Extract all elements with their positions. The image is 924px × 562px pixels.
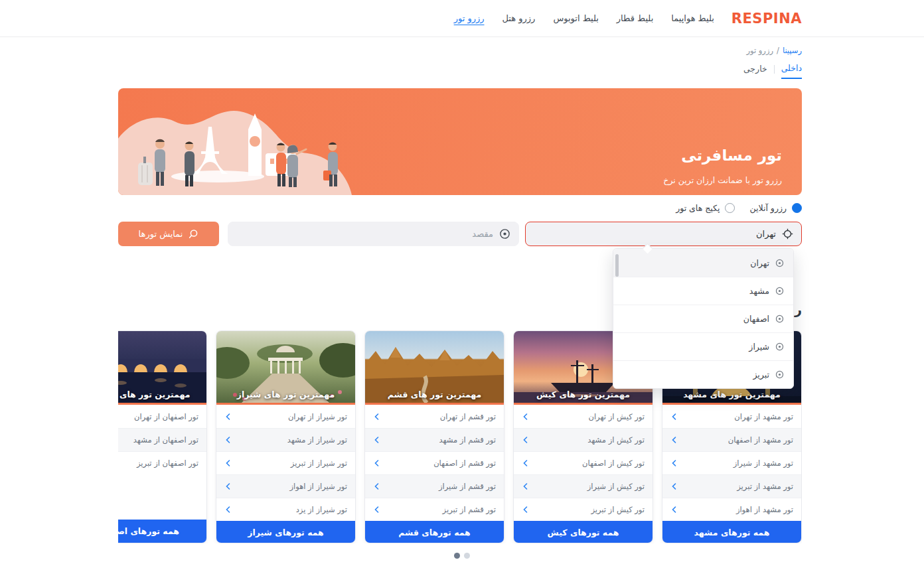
respina-logo[interactable]: RESPINA xyxy=(732,11,802,27)
card-links: تور اصفهان از تهران تور اصفهان از مشهد ت… xyxy=(118,405,206,520)
tour-link-label: تور کیش از مشهد xyxy=(587,435,645,445)
travelers-illustration xyxy=(118,88,357,195)
origin-field[interactable] xyxy=(525,222,802,246)
chevron-left-icon xyxy=(670,506,678,514)
tour-link[interactable]: تور قشم از اصفهان xyxy=(365,451,504,474)
dropdown-scrollbar-thumb[interactable] xyxy=(615,254,619,277)
radio-option-tour-packages[interactable]: پکیج های تور xyxy=(676,203,735,213)
origin-input[interactable] xyxy=(534,229,776,239)
tour-link-label: تور شیراز از تهران xyxy=(288,412,347,421)
breadcrumb: رسپینا / رزرو تور xyxy=(118,37,802,55)
tour-link[interactable]: تور شیراز از یزد xyxy=(216,498,355,521)
search-icon xyxy=(189,229,198,239)
tab-divider xyxy=(774,65,775,74)
chevron-left-icon xyxy=(373,459,381,467)
tour-link-label: تور شیراز از یزد xyxy=(296,505,347,514)
gps-locate-icon xyxy=(782,228,793,240)
chevron-left-icon xyxy=(522,413,530,421)
tour-link[interactable]: تور قشم از تبریز xyxy=(365,498,504,521)
carousel-dot-2[interactable] xyxy=(454,553,460,559)
tab-international[interactable]: خارجی xyxy=(743,64,767,78)
tour-link[interactable]: تور اصفهان از تهران xyxy=(118,405,206,428)
tour-booking-page: RESPINA بلیط هواپیما بلیط قطار بلیط اتوب… xyxy=(0,0,924,562)
tour-link-label: تور قشم از شیراز xyxy=(439,482,496,491)
card-title: مهمترین تور های مشهد xyxy=(662,389,801,399)
tour-link[interactable]: تور مشهد از شیراز xyxy=(662,451,801,474)
tour-link[interactable]: تور اصفهان از مشهد xyxy=(118,428,206,451)
location-pin-icon xyxy=(775,287,784,295)
show-tours-button[interactable]: نمایش تورها xyxy=(118,222,219,246)
tab-domestic[interactable]: داخلی xyxy=(781,63,802,79)
card-links: تور مشهد از تهران تور مشهد از اصفهان تور… xyxy=(662,405,801,521)
dropdown-item-isfahan[interactable]: اصفهان xyxy=(613,305,793,332)
location-pin-icon xyxy=(775,370,784,379)
tour-link-label: تور شیراز از تبریز xyxy=(291,458,347,468)
tour-link[interactable]: تور کیش از تهران xyxy=(514,405,653,428)
radio-selected-icon[interactable] xyxy=(792,203,802,213)
location-pin-icon xyxy=(775,342,784,351)
chevron-left-icon xyxy=(670,436,678,444)
breadcrumb-separator: / xyxy=(777,46,779,55)
all-shiraz-tours-button[interactable]: همه تورهای شیراز xyxy=(216,521,355,543)
chevron-left-icon xyxy=(373,506,381,514)
tour-link-label: تور مشهد از اهواز xyxy=(736,505,793,514)
dropdown-item-shiraz[interactable]: شیراز xyxy=(613,332,793,360)
dropdown-item-mashhad[interactable]: مشهد xyxy=(613,277,793,305)
tour-link[interactable]: تور کیش از اصفهان xyxy=(514,451,653,474)
tour-link-label: تور کیش از اصفهان xyxy=(582,458,645,468)
radio-option-label: رزرو آنلاین xyxy=(749,203,787,213)
nav-item-train-ticket[interactable]: بلیط قطار xyxy=(617,13,653,23)
destination-input[interactable] xyxy=(236,229,493,239)
chevron-left-icon xyxy=(224,482,232,490)
destination-field[interactable] xyxy=(228,222,519,246)
tour-card-shiraz: مهمترین تور های شیراز تور شیراز از تهران… xyxy=(216,330,356,543)
nav-item-flight-ticket[interactable]: بلیط هواپیما xyxy=(671,13,714,23)
tour-link[interactable]: تور مشهد از اهواز xyxy=(662,498,801,521)
carousel-dot-1[interactable] xyxy=(464,553,470,559)
tour-link[interactable]: تور شیراز از تبریز xyxy=(216,451,355,474)
tour-link[interactable]: تور کیش از شیراز xyxy=(514,474,653,498)
nav-item-tour-booking[interactable]: رزرو تور xyxy=(454,13,485,23)
breadcrumb-home-link[interactable]: رسپینا xyxy=(783,46,802,55)
tour-link[interactable]: تور شیراز از مشهد xyxy=(216,428,355,451)
tour-link[interactable]: تور شیراز از تهران xyxy=(216,405,355,428)
radio-option-online-booking[interactable]: رزرو آنلاین xyxy=(749,203,802,213)
radio-option-label: پکیج های تور xyxy=(676,203,720,213)
tour-link[interactable]: تور قشم از شیراز xyxy=(365,474,504,498)
shiraz-card-image: مهمترین تور های شیراز xyxy=(216,331,355,405)
main-nav: بلیط هواپیما بلیط قطار بلیط اتوبوس رزرو … xyxy=(454,13,714,23)
tour-link[interactable]: تور مشهد از اصفهان xyxy=(662,428,801,451)
dropdown-item-tehran[interactable]: تهران xyxy=(613,249,793,277)
all-kish-tours-button[interactable]: همه تورهای کیش xyxy=(514,521,653,543)
chevron-left-icon xyxy=(522,459,530,467)
show-tours-label: نمایش تورها xyxy=(139,229,183,239)
tour-card-qeshm: مهمترین تور های قشم تور قشم از تهران تور… xyxy=(364,330,504,543)
isfahan-card-image: مهمترین تور های اصفهان xyxy=(118,331,206,405)
tour-link-label: تور مشهد از تهران xyxy=(734,412,793,421)
tour-link[interactable]: تور کیش از مشهد xyxy=(514,428,653,451)
chevron-left-icon xyxy=(522,436,530,444)
radio-unselected-icon[interactable] xyxy=(725,203,735,213)
tour-link[interactable]: تور مشهد از تهران xyxy=(662,405,801,428)
dropdown-item-label: مشهد xyxy=(749,286,769,296)
location-pin-icon xyxy=(775,259,784,267)
tour-link-label: تور کیش از تبریز xyxy=(591,505,645,514)
tour-link[interactable]: تور قشم از مشهد xyxy=(365,428,504,451)
all-mashhad-tours-button[interactable]: همه تورهای مشهد xyxy=(662,521,801,543)
tour-link[interactable]: تور شیراز از اهواز xyxy=(216,474,355,498)
tour-link[interactable]: تور مشهد از تبریز xyxy=(662,474,801,498)
nav-item-hotel-booking[interactable]: رزرو هتل xyxy=(502,13,536,23)
dropdown-item-tabriz[interactable]: تبریز xyxy=(613,360,793,388)
chevron-left-icon xyxy=(224,436,232,444)
tour-link-label: تور اصفهان از تبریز xyxy=(137,458,198,468)
tour-link[interactable]: تور کیش از تبریز xyxy=(514,498,653,521)
card-links: تور کیش از تهران تور کیش از مشهد تور کیش… xyxy=(514,405,653,521)
tour-link-label: تور شیراز از مشهد xyxy=(287,435,347,445)
all-isfahan-tours-button[interactable]: همه تورهای اصفهان xyxy=(118,520,206,543)
all-qeshm-tours-button[interactable]: همه تورهای قشم xyxy=(365,521,504,543)
nav-item-bus-ticket[interactable]: بلیط اتوبوس xyxy=(553,13,598,23)
tour-type-tabs: داخلی خارجی xyxy=(118,63,802,79)
tour-link[interactable]: تور اصفهان از تبریز xyxy=(118,451,206,474)
tour-link[interactable]: تور قشم از تهران xyxy=(365,405,504,428)
tour-link-label: تور اصفهان از مشهد xyxy=(133,435,198,445)
